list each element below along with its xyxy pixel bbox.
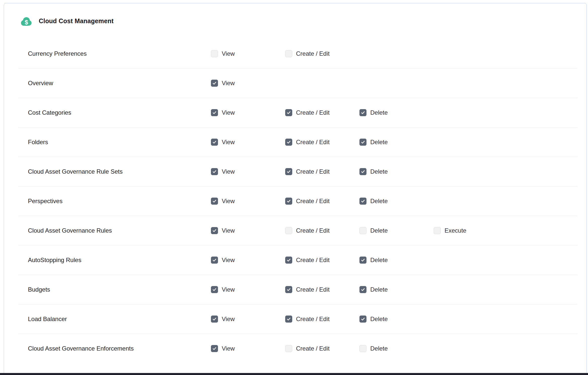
delete-checkbox[interactable] — [359, 168, 366, 175]
resource-label: Cloud Asset Governance Enforcements — [18, 345, 211, 352]
view-checkbox[interactable] — [211, 198, 218, 205]
permission-cell: Delete — [359, 227, 434, 234]
create-edit-checkbox[interactable] — [285, 198, 292, 205]
delete-checkbox[interactable] — [359, 257, 366, 264]
create-edit-checkbox[interactable] — [285, 139, 292, 146]
permission-cell: View — [211, 316, 285, 323]
permission-row: Load BalancerViewCreate / EditDelete — [18, 304, 577, 334]
permission-row: Cloud Asset Governance Rule SetsViewCrea… — [18, 157, 577, 186]
delete-checkbox[interactable] — [359, 198, 366, 205]
permission-label: View — [222, 257, 235, 264]
view-checkbox[interactable] — [211, 345, 218, 352]
permission-cell: View — [211, 345, 285, 352]
permission-row: PerspectivesViewCreate / EditDelete — [18, 186, 577, 216]
bottom-edge-bar — [0, 373, 588, 375]
delete-checkbox[interactable] — [359, 316, 366, 323]
resource-label: Budgets — [18, 286, 211, 293]
resource-label: Currency Preferences — [18, 50, 211, 57]
permission-row: Cloud Asset Governance RulesViewCreate /… — [18, 216, 577, 245]
permission-label: Create / Edit — [296, 139, 329, 146]
dollar-glyph: $ — [25, 19, 28, 25]
delete-checkbox[interactable] — [359, 227, 366, 234]
screen: $ Cloud Cost Management Currency Prefere… — [0, 0, 588, 375]
view-checkbox[interactable] — [211, 257, 218, 264]
permission-label: View — [222, 139, 235, 146]
permission-cell: View — [211, 257, 285, 264]
permission-cell: Delete — [359, 286, 434, 293]
panel-header: $ Cloud Cost Management — [4, 3, 586, 39]
permission-label: Delete — [370, 198, 388, 205]
permission-label: Create / Edit — [296, 50, 329, 57]
permission-cell: Create / Edit — [285, 316, 359, 323]
delete-checkbox[interactable] — [359, 139, 366, 146]
permission-row: AutoStopping RulesViewCreate / EditDelet… — [18, 245, 577, 275]
permission-row: Cloud Asset Governance EnforcementsViewC… — [18, 334, 577, 363]
permission-label: View — [222, 109, 235, 116]
create-edit-checkbox[interactable] — [285, 257, 292, 264]
permission-cell: Delete — [359, 257, 434, 264]
create-edit-checkbox[interactable] — [285, 286, 292, 293]
create-edit-checkbox[interactable] — [285, 50, 292, 57]
create-edit-checkbox[interactable] — [285, 227, 292, 234]
permission-row: Cost CategoriesViewCreate / EditDelete — [18, 98, 577, 127]
permission-cell: View — [211, 286, 285, 293]
permission-label: Create / Edit — [296, 109, 329, 116]
panel-title: Cloud Cost Management — [39, 17, 114, 25]
permission-cell: Create / Edit — [285, 109, 359, 116]
permission-label: Delete — [370, 257, 388, 264]
permission-label: View — [222, 345, 235, 352]
permission-cell: Execute — [434, 227, 577, 234]
permission-cell: Create / Edit — [285, 198, 359, 205]
permission-label: View — [222, 168, 235, 175]
permission-label: Delete — [370, 316, 388, 323]
resource-label: Cloud Asset Governance Rule Sets — [18, 168, 211, 175]
delete-checkbox[interactable] — [359, 109, 366, 116]
resource-label: Cloud Asset Governance Rules — [18, 227, 211, 234]
create-edit-checkbox[interactable] — [285, 345, 292, 352]
permission-label: Delete — [370, 345, 388, 352]
cloud-dollar-icon: $ — [20, 15, 33, 27]
permission-cell: View — [211, 139, 285, 146]
permission-label: Execute — [445, 227, 466, 234]
permission-label: View — [222, 316, 235, 323]
delete-checkbox[interactable] — [359, 286, 366, 293]
create-edit-checkbox[interactable] — [285, 316, 292, 323]
permission-cell: Delete — [359, 198, 434, 205]
resource-label: Load Balancer — [18, 316, 211, 323]
permission-cell: Delete — [359, 139, 434, 146]
view-checkbox[interactable] — [211, 109, 218, 116]
view-checkbox[interactable] — [211, 316, 218, 323]
permission-label: Create / Edit — [296, 316, 329, 323]
permission-cell: View — [211, 168, 285, 175]
permission-label: Delete — [370, 286, 388, 293]
execute-checkbox[interactable] — [434, 227, 441, 234]
permission-cell: View — [211, 80, 285, 87]
permission-label: Delete — [370, 227, 388, 234]
permission-label: View — [222, 80, 235, 87]
create-edit-checkbox[interactable] — [285, 168, 292, 175]
view-checkbox[interactable] — [211, 50, 218, 57]
permission-label: View — [222, 227, 235, 234]
resource-label: AutoStopping Rules — [18, 257, 211, 264]
permission-label: View — [222, 286, 235, 293]
permission-label: Delete — [370, 168, 388, 175]
view-checkbox[interactable] — [211, 286, 218, 293]
permission-cell: Create / Edit — [285, 286, 359, 293]
permission-row: BudgetsViewCreate / EditDelete — [18, 275, 577, 304]
permission-cell: Delete — [359, 168, 434, 175]
delete-checkbox[interactable] — [359, 345, 366, 352]
permission-cell: Create / Edit — [285, 345, 359, 352]
permission-row: FoldersViewCreate / EditDelete — [18, 127, 577, 157]
view-checkbox[interactable] — [211, 139, 218, 146]
view-checkbox[interactable] — [211, 227, 218, 234]
permission-cell: Create / Edit — [285, 168, 359, 175]
view-checkbox[interactable] — [211, 168, 218, 175]
permission-cell: Create / Edit — [285, 139, 359, 146]
permission-cell: Create / Edit — [285, 227, 359, 234]
view-checkbox[interactable] — [211, 80, 218, 87]
permission-label: Create / Edit — [296, 227, 329, 234]
create-edit-checkbox[interactable] — [285, 109, 292, 116]
resource-label: Overview — [18, 80, 211, 87]
permission-cell: Create / Edit — [285, 50, 359, 57]
permission-label: Create / Edit — [296, 286, 329, 293]
